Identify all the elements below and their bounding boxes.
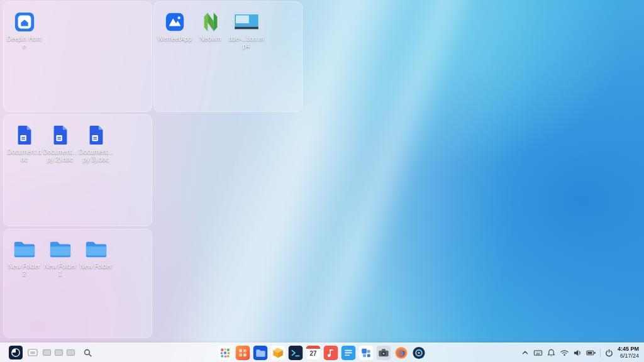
desktop-icon-wemeet[interactable]: WemeetApp [157,11,192,50]
doc-file-icon [46,124,75,146]
desktop-region-documents: Document.doc Document...py 2).doc Docume… [3,114,152,226]
dock-app-app-store[interactable] [236,346,250,360]
wifi-icon[interactable] [560,348,569,358]
desktop-icon-label: New Folder1 [43,263,78,278]
dock-app-camera[interactable] [377,346,391,360]
desktop-icon-label: Document...py 3).doc [79,148,114,163]
system-tray: 4:45 PM 6/17/24 [521,343,641,362]
desktop-icon-deepin-home[interactable]: Deepin Home [6,11,42,50]
volume-icon[interactable] [573,348,582,358]
dock-app-section: 27 [218,343,426,362]
desktop-icon-document[interactable]: Document...py 3).doc [78,124,114,163]
clock-time: 4:45 PM [618,346,639,353]
desktop-icon-label: WemeetApp [157,35,192,43]
dock-left-section [9,343,93,362]
desktop-region-top-second: WemeetApp Neovim dde-...tion.mp4 [153,1,303,112]
clock-widget[interactable]: 4:45 PM 6/17/24 [618,346,641,360]
desktop-icon-document[interactable]: Document.doc [6,124,42,163]
grand-search-button[interactable] [82,348,93,358]
doc-file-icon [82,124,111,146]
desktop-icon-label: New Folder [80,263,112,270]
dock: 27 [0,343,644,362]
desktop-background[interactable]: Deepin Home WemeetApp Neovim dde-...tion… [0,0,644,362]
deepin-home-icon [10,11,39,33]
chevron-up-icon[interactable] [521,348,530,357]
keyboard-icon[interactable] [533,348,543,358]
dock-app-text-editor[interactable] [341,346,356,360]
notification-bell-icon[interactable] [547,348,556,358]
desktop-icon-folder[interactable]: New Folder1 [42,238,78,278]
folder-icon [82,238,111,261]
folder-icon [10,238,39,261]
desktop-icon-label: Neovim [200,35,221,43]
desktop-icon-label: New Folder2 [7,263,42,278]
window-slot[interactable] [43,349,51,356]
calendar-day-number: 27 [306,349,321,359]
deepin-launcher-button[interactable] [9,346,23,359]
desktop-icon-neovim[interactable]: Neovim [192,11,228,50]
desktop-icon-folder[interactable]: New Folder2 [6,238,42,278]
dock-app-control-center[interactable] [412,346,426,360]
dock-app-terminal[interactable] [289,346,303,360]
dock-app-music[interactable] [324,346,338,360]
dock-app-package-box[interactable] [271,346,286,360]
desktop-icon-label: Document...py 2).doc [43,148,78,163]
window-slot[interactable] [67,349,75,356]
battery-icon[interactable] [586,348,596,358]
desktop-icon-document[interactable]: Document...py 2).doc [42,124,78,163]
dock-app-launcher-grid[interactable] [218,346,233,360]
desktop-region-folders: New Folder2 New Folder1 New Folder [3,229,152,338]
desktop-icon-label: Document.doc [7,148,42,163]
neovim-icon [196,11,225,33]
clock-date: 6/17/24 [620,353,639,359]
dock-app-file-manager[interactable] [253,346,268,360]
dock-app-firefox[interactable] [394,346,409,360]
desktop-icon-video-file[interactable]: dde-...tion.mp4 [228,11,264,50]
desktop-icon-label: dde-...tion.mp4 [229,35,264,50]
desktop-region-top-left: Deepin Home [3,1,152,112]
doc-file-icon [10,124,39,146]
folder-icon [46,238,75,261]
dock-app-calendar[interactable]: 27 [306,346,321,360]
desktop-icon-label: Deepin Home [7,35,42,50]
multitasking-view-button[interactable] [26,346,39,359]
power-button[interactable] [604,348,614,358]
desktop-icon-folder[interactable]: New Folder [78,238,114,278]
wemeet-icon [160,11,189,33]
tray-divider [600,348,601,358]
video-file-icon [232,11,261,33]
window-slot[interactable] [55,349,63,356]
dock-app-boards[interactable] [359,346,374,360]
